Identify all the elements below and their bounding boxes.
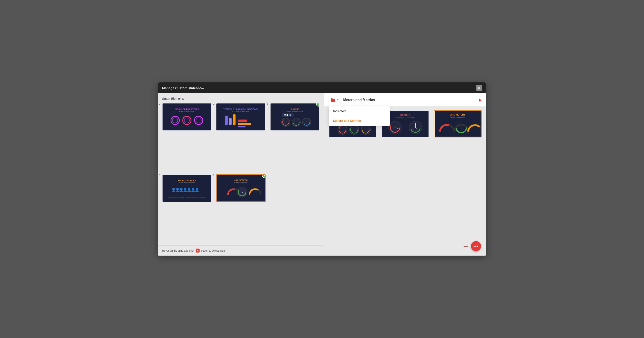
fab-container: → •••	[462, 241, 481, 251]
smart-elements-label: Smart Elements	[158, 93, 324, 103]
list-item: 3 ✓ CLOCKS IN MARKETING & SALES SECTOR 0…	[270, 103, 320, 170]
modal-title: Manage Custom slideshow	[162, 86, 204, 90]
svg-text:OK: OK	[241, 192, 243, 194]
modal-body: Smart Elements 1 CIRCULAR INDICATORS IN …	[158, 93, 486, 256]
fab-arrow-icon: →	[462, 242, 469, 250]
close-button[interactable]: ✕	[476, 85, 482, 91]
folder-dropdown[interactable]: ▼	[328, 97, 341, 103]
svg-rect-17	[238, 123, 252, 125]
svg-text:ARC METERS: ARC METERS	[234, 179, 248, 181]
slide-number: 2	[213, 103, 214, 105]
svg-text:ARC METERS: ARC METERS	[450, 114, 465, 116]
svg-text:CLOCKS: CLOCKS	[290, 108, 299, 110]
svg-text:IN MARKETING & SALES SECTOR: IN MARKETING & SALES SECTOR	[286, 111, 304, 112]
slide-thumbnail[interactable]: VERTICAL & HORIZONTAL INDICATORS IN TECH…	[216, 103, 266, 131]
list-item: 1 CIRCULAR INDICATORS IN MANUFACTURING S…	[162, 103, 212, 170]
category-title: Meters and Metrics	[343, 98, 477, 102]
svg-rect-15	[233, 114, 236, 125]
svg-text:IN HEALTH CARE SECTOR: IN HEALTH CARE SECTOR	[234, 182, 247, 183]
dots-icon: •••	[473, 244, 478, 249]
dropdown-item-meters[interactable]: Meters and Metrics	[329, 116, 390, 126]
svg-rect-16	[238, 120, 248, 122]
bottom-bar: Hover on the slide and click + button to…	[158, 245, 324, 256]
svg-text:IN TECHNICAL SUPPORT SECTOR: IN TECHNICAL SUPPORT SECTOR	[232, 111, 250, 112]
svg-rect-18	[238, 126, 246, 127]
dropdown-item-indicators[interactable]: Indicators	[329, 106, 390, 116]
svg-text:IN MANUFACTURING SECTOR: IN MANUFACTURING SECTOR	[180, 111, 194, 112]
play-button[interactable]: ▶	[479, 98, 482, 102]
bottom-hint: Hover on the slide and click + button to…	[162, 249, 226, 252]
svg-rect-13	[225, 116, 228, 125]
modal-header: Manage Custom slideshow ✕	[158, 82, 486, 93]
slide-number: 3	[267, 103, 268, 105]
list-item: CLOCKS IN MARKETING & SALES SECTOR	[381, 110, 429, 251]
svg-text:👤: 👤	[195, 187, 199, 192]
slide-number: 1	[159, 103, 160, 105]
svg-rect-14	[229, 118, 232, 125]
list-item: CLOCKS IN MARKETING & SALES SECTOR 09 | …	[328, 110, 377, 251]
dropdown-menu: Indicators Meters and Metrics	[328, 106, 390, 126]
svg-text:IN HUMAN RESOURCES SECTOR: IN HUMAN RESOURCES SECTOR	[178, 182, 195, 183]
slide-number: 5	[213, 173, 214, 176]
svg-text:Tracking the employee grades r: Tracking the employee grades refer to in…	[168, 197, 206, 198]
plus-icon: +	[196, 249, 200, 252]
fab-button[interactable]: •••	[471, 241, 481, 251]
slide-thumbnail[interactable]: ✓ CLOCKS IN MARKETING & SALES SECTOR 09 …	[270, 103, 320, 131]
svg-text:IN MARKETING & SALES SECTOR: IN MARKETING & SALES SECTOR	[396, 117, 415, 119]
svg-text:CIRCULAR INDICATORS: CIRCULAR INDICATORS	[175, 108, 199, 110]
slides-grid: 1 CIRCULAR INDICATORS IN MANUFACTURING S…	[158, 103, 324, 245]
svg-text:09 | 12: 09 | 12	[284, 114, 291, 116]
svg-text:✓: ✓	[460, 127, 462, 129]
list-item: 4 PEOPLE METRICS IN HUMAN RESOURCES SECT…	[162, 174, 212, 241]
slide-thumbnail[interactable]: PEOPLE METRICS IN HUMAN RESOURCES SECTOR…	[162, 174, 212, 202]
folder-icon	[330, 98, 335, 102]
list-item: 2 VERTICAL & HORIZONTAL INDICATORS IN TE…	[216, 103, 266, 170]
left-panel: Smart Elements 1 CIRCULAR INDICATORS IN …	[158, 93, 324, 256]
slide-thumbnail[interactable]: CIRCULAR INDICATORS IN MANUFACTURING SEC…	[162, 103, 212, 131]
right-slides-grid: CLOCKS IN MARKETING & SALES SECTOR 09 | …	[324, 106, 486, 256]
manage-slideshow-modal: Manage Custom slideshow ✕ Smart Elements…	[158, 82, 486, 256]
slide-number: 4	[159, 173, 160, 176]
list-item: 5 ✓ ARC METERS IN HEALTH CARE SECTOR	[216, 174, 266, 241]
right-header: ▼ Meters and Metrics ▶ Indicators Meters…	[324, 93, 486, 106]
chevron-down-icon: ▼	[337, 99, 339, 101]
svg-text:CLOCKS: CLOCKS	[400, 114, 410, 116]
svg-text:VERTICAL & HORIZONTAL INDICATO: VERTICAL & HORIZONTAL INDICATORS	[224, 108, 258, 110]
svg-text:IN HEALTH CARE SECTOR: IN HEALTH CARE SECTOR	[450, 117, 465, 118]
slide-thumbnail[interactable]: ✓ ARC METERS IN HEALTH CARE SECTOR	[216, 174, 266, 202]
svg-text:PEOPLE METRICS: PEOPLE METRICS	[178, 179, 196, 181]
list-item: ARC METERS IN HEALTH CARE SECTOR ✓	[434, 110, 482, 251]
right-panel: ▼ Meters and Metrics ▶ Indicators Meters…	[324, 93, 486, 256]
right-slide-thumbnail[interactable]: ARC METERS IN HEALTH CARE SECTOR ✓	[434, 110, 482, 137]
